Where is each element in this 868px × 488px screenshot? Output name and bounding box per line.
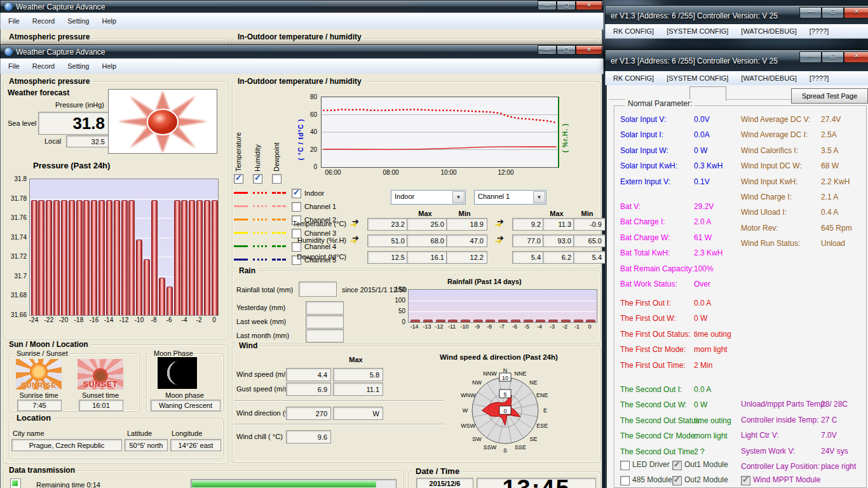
- sunmoon-title: Sun / Moon / Location: [6, 340, 91, 349]
- pressure-chart-plot: [29, 179, 219, 316]
- menu-item-watchdebug[interactable]: [WATCH/DEBUG]: [735, 72, 803, 84]
- pressure-bar: [174, 200, 180, 315]
- wind-mppt-module-checkbox[interactable]: [741, 476, 750, 485]
- 485-module-checkbox[interactable]: [620, 476, 630, 485]
- humidity-checkbox[interactable]: [253, 174, 262, 184]
- menu-item-setting[interactable]: Setting: [61, 60, 95, 72]
- legend-label: Channel 1: [304, 203, 336, 210]
- x-tick-label: -12: [118, 316, 130, 323]
- channel-select[interactable]: Channel 1 ▼: [474, 190, 546, 205]
- close-button[interactable]: ✕: [576, 1, 602, 10]
- chevron-down-icon[interactable]: ▼: [533, 191, 545, 203]
- y-tick-label: 31.68: [3, 292, 27, 299]
- channel4-solid-sample: [234, 245, 248, 247]
- param-label: Wind Charge I:: [741, 193, 792, 201]
- maximize-button[interactable]: ▢: [822, 51, 844, 63]
- param-label: The Second Out Time:: [620, 447, 696, 456]
- menu-item-file[interactable]: File: [2, 15, 26, 27]
- param-label: The Second Out W:: [620, 400, 687, 409]
- param-value: 2.1 A: [821, 193, 838, 201]
- param-label: Motor Rev:: [741, 224, 778, 233]
- rain-bar: [586, 320, 595, 322]
- y-tick-label: 31.76: [3, 214, 27, 221]
- maximize-button[interactable]: ▢: [557, 45, 576, 55]
- x-tick-label: 06:00: [322, 169, 344, 176]
- menu-item-systemconfig[interactable]: [SYSTEM CONFIG]: [660, 25, 735, 37]
- menu-item-setting[interactable]: Setting: [61, 15, 95, 27]
- close-button[interactable]: ✕: [844, 51, 868, 63]
- svg-text:NNE: NNE: [515, 370, 527, 377]
- rain-bar: [561, 320, 571, 322]
- weather-front-titlebar[interactable]: Weather Capture Advance: [0, 44, 604, 59]
- out2-module-checkbox[interactable]: [672, 476, 682, 485]
- svg-text:WNW: WNW: [461, 392, 476, 398]
- value-cell: 47.0: [446, 234, 487, 247]
- value-cell: 9.2: [512, 218, 545, 231]
- x-tick-label: 0: [208, 316, 220, 323]
- pressure-bar: [114, 200, 120, 315]
- minimize-button[interactable]: —: [799, 51, 822, 63]
- minimize-button[interactable]: —: [538, 45, 557, 55]
- menu-item-systemconfig[interactable]: [SYSTEM CONFIG]: [660, 72, 735, 84]
- menu-item-watchdebug[interactable]: [WATCH/DEBUG]: [735, 25, 803, 37]
- maximize-button[interactable]: ▢: [822, 7, 844, 18]
- yesterday-label: Yesterday (mm): [236, 304, 285, 311]
- toggle-label-humidity: Humidity: [254, 144, 261, 172]
- menu-item-help[interactable]: Help: [95, 60, 123, 72]
- channel3-solid-sample: [234, 232, 248, 234]
- out1-module-checkbox[interactable]: [672, 461, 682, 470]
- menu-item-[interactable]: [????]: [803, 72, 836, 84]
- minimize-button[interactable]: —: [799, 7, 822, 18]
- rain-chart-plot: [408, 289, 597, 323]
- param-value: 0 W: [694, 314, 707, 323]
- chevron-down-icon[interactable]: ▼: [452, 191, 465, 203]
- y-tick-label: 80: [302, 93, 317, 100]
- lastmonth-input[interactable]: [306, 329, 344, 342]
- dewpoint-checkbox[interactable]: [272, 174, 281, 184]
- led-driver-checkbox[interactable]: [620, 461, 630, 470]
- x-tick-label: -8: [147, 316, 160, 323]
- x-tick-label: 08:00: [380, 169, 402, 176]
- channel1-dotted-sample: [253, 205, 267, 207]
- param-label: Solar Input W:: [620, 146, 668, 155]
- close-button[interactable]: ✕: [576, 45, 602, 55]
- transmission-progress-fill: [192, 480, 376, 487]
- indoor-select[interactable]: Indoor ▼: [391, 190, 466, 205]
- param-label: The First Out Time:: [620, 361, 686, 370]
- wind-direction-label: Wind direction (^): [236, 409, 290, 417]
- gust-speed-max: 11.1: [333, 383, 383, 396]
- param-value: 7.0V: [821, 431, 837, 440]
- menu-item-rkconfig[interactable]: RK CONFIG]: [607, 72, 660, 84]
- spread-test-page-button[interactable]: Spread Test Page: [791, 88, 868, 104]
- inout-line-chart: [322, 97, 558, 167]
- x-tick-label: -20: [57, 316, 70, 323]
- menu-item-help[interactable]: Help: [95, 15, 123, 27]
- value-cell: -0.9: [573, 218, 606, 231]
- minimize-button[interactable]: —: [538, 1, 557, 10]
- max-header: Max: [543, 210, 571, 217]
- menu-item-[interactable]: [????]: [803, 25, 836, 37]
- moon-phase-title: Moon Phase: [151, 349, 196, 357]
- indoor-checkbox[interactable]: [292, 189, 301, 198]
- param-label: Wind Run Status:: [741, 239, 800, 248]
- maximize-button[interactable]: ▢: [557, 1, 576, 10]
- sunset-icon: SUNSET: [78, 359, 123, 390]
- close-button[interactable]: ✕: [844, 7, 868, 18]
- legend-label: Indoor: [304, 189, 324, 197]
- menu-item-rkconfig[interactable]: RK CONFIG]: [607, 25, 660, 37]
- weather-back-titlebar[interactable]: Weather Capture Advance: [0, 0, 604, 13]
- param-value: 0 W: [694, 400, 707, 409]
- lastweek-input[interactable]: [306, 315, 344, 329]
- temperature-checkbox[interactable]: [234, 174, 243, 184]
- yesterday-input[interactable]: [306, 301, 344, 315]
- menu-item-record[interactable]: Record: [26, 60, 61, 72]
- svg-text:N: N: [503, 367, 508, 374]
- channel1-dashed-sample: [272, 205, 286, 207]
- channel1-checkbox[interactable]: [292, 202, 301, 212]
- menu-item-record[interactable]: Record: [26, 15, 61, 27]
- channel2-solid-sample: [234, 219, 248, 220]
- rainfall-total-input[interactable]: [299, 281, 337, 297]
- param-label: Bat Charge I:: [620, 217, 665, 226]
- menu-item-file[interactable]: File: [2, 60, 26, 72]
- screen: Weather Capture Advance — ▢ ✕ FileRecord…: [0, 0, 868, 488]
